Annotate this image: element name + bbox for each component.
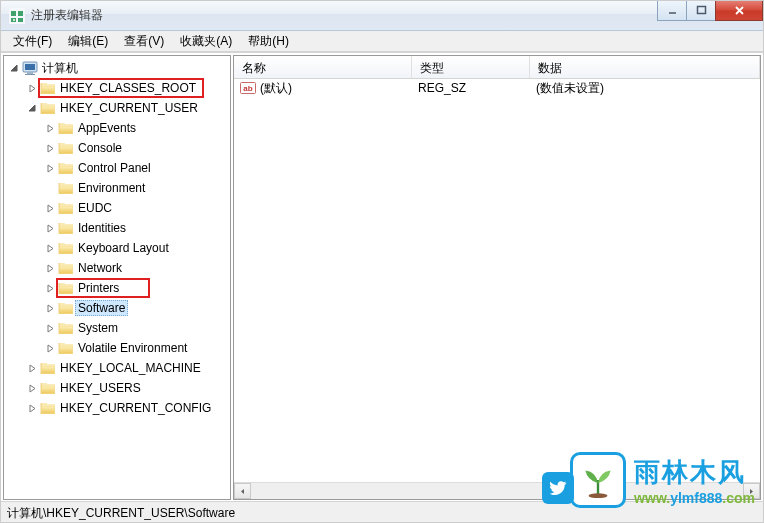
expander-icon[interactable] [44, 302, 56, 314]
scroll-right-button[interactable] [743, 483, 760, 499]
column-header-data[interactable]: 数据 [530, 56, 760, 78]
tree-panel[interactable]: 计算机 HKEY_CLASSES_ROOT HKEY_CURRENT_USER … [3, 55, 231, 500]
close-button[interactable] [715, 1, 763, 21]
folder-icon [58, 240, 74, 256]
folder-icon [40, 400, 56, 416]
expander-icon[interactable] [26, 382, 38, 394]
tree-label: HKEY_CLASSES_ROOT [60, 81, 196, 95]
tree-label: Environment [78, 181, 145, 195]
maximize-button[interactable] [686, 1, 716, 21]
tree-node-hklm[interactable]: HKEY_LOCAL_MACHINE [4, 358, 230, 378]
menu-help[interactable]: 帮助(H) [240, 31, 297, 52]
expander-icon[interactable] [26, 102, 38, 114]
folder-icon [40, 100, 56, 116]
expander-icon[interactable] [44, 142, 56, 154]
folder-icon [58, 200, 74, 216]
menu-view[interactable]: 查看(V) [116, 31, 172, 52]
folder-icon [58, 300, 74, 316]
tree-label: EUDC [78, 201, 112, 215]
folder-icon [58, 320, 74, 336]
expander-icon[interactable] [44, 282, 56, 294]
folder-icon [40, 360, 56, 376]
folder-icon [40, 380, 56, 396]
tree-node-eudc[interactable]: EUDC [4, 198, 230, 218]
scroll-left-button[interactable] [234, 483, 251, 499]
folder-icon [58, 140, 74, 156]
expander-icon[interactable] [44, 242, 56, 254]
folder-icon [58, 180, 74, 196]
tree-node-keyboard[interactable]: Keyboard Layout [4, 238, 230, 258]
value-name: (默认) [260, 80, 292, 97]
cell-name: (默认) [234, 80, 412, 97]
tree-node-console[interactable]: Console [4, 138, 230, 158]
cell-type: REG_SZ [412, 81, 530, 95]
tree-node-environment[interactable]: Environment [4, 178, 230, 198]
expander-icon[interactable] [44, 322, 56, 334]
tree-node-printers[interactable]: Printers [4, 278, 230, 298]
tree-label: Identities [78, 221, 126, 235]
tree-node-volatile[interactable]: Volatile Environment [4, 338, 230, 358]
list-row[interactable]: (默认) REG_SZ (数值未设置) [234, 79, 760, 97]
tree-node-hkcu[interactable]: HKEY_CURRENT_USER [4, 98, 230, 118]
window-buttons [658, 1, 763, 21]
tree-label: Printers [78, 281, 119, 295]
folder-icon [58, 220, 74, 236]
tree-label: Software [75, 300, 128, 316]
tree-node-appevents[interactable]: AppEvents [4, 118, 230, 138]
tree-label: 计算机 [42, 60, 78, 77]
folder-icon [58, 160, 74, 176]
expander-icon[interactable] [44, 342, 56, 354]
expander-icon[interactable] [44, 202, 56, 214]
tree-label: HKEY_CURRENT_CONFIG [60, 401, 211, 415]
expander-icon[interactable] [8, 62, 20, 74]
main-area: 计算机 HKEY_CLASSES_ROOT HKEY_CURRENT_USER … [1, 52, 763, 502]
tree-label: Control Panel [78, 161, 151, 175]
menu-file[interactable]: 文件(F) [5, 31, 60, 52]
statusbar: 计算机\HKEY_CURRENT_USER\Software [1, 501, 763, 522]
folder-icon [58, 280, 74, 296]
expander-icon[interactable] [26, 402, 38, 414]
list-header: 名称 类型 数据 [234, 56, 760, 79]
expander-icon[interactable] [44, 162, 56, 174]
tree-label: System [78, 321, 118, 335]
tree-label: HKEY_LOCAL_MACHINE [60, 361, 201, 375]
tree-node-identities[interactable]: Identities [4, 218, 230, 238]
menu-edit[interactable]: 编辑(E) [60, 31, 116, 52]
folder-icon [40, 80, 56, 96]
horizontal-scrollbar[interactable] [234, 482, 760, 499]
list-panel: 名称 类型 数据 (默认) REG_SZ (数值未设置) [233, 55, 761, 500]
tree-node-hkcc[interactable]: HKEY_CURRENT_CONFIG [4, 398, 230, 418]
window-title: 注册表编辑器 [31, 7, 658, 24]
tree-node-computer[interactable]: 计算机 [4, 58, 230, 78]
expander-icon[interactable] [26, 82, 38, 94]
tree-label: Keyboard Layout [78, 241, 169, 255]
tree-node-hkcr[interactable]: HKEY_CLASSES_ROOT [4, 78, 230, 98]
string-value-icon [240, 80, 256, 96]
tree-node-system[interactable]: System [4, 318, 230, 338]
folder-icon [58, 340, 74, 356]
titlebar: 注册表编辑器 [1, 1, 763, 31]
column-header-type[interactable]: 类型 [412, 56, 530, 78]
minimize-button[interactable] [657, 1, 687, 21]
expander-icon[interactable] [44, 222, 56, 234]
svg-rect-9 [697, 6, 705, 13]
folder-icon [58, 260, 74, 276]
registry-tree: 计算机 HKEY_CLASSES_ROOT HKEY_CURRENT_USER … [4, 56, 230, 420]
list-body[interactable]: (默认) REG_SZ (数值未设置) [234, 79, 760, 482]
tree-label: Network [78, 261, 122, 275]
tree-label: AppEvents [78, 121, 136, 135]
column-header-name[interactable]: 名称 [234, 56, 412, 78]
scroll-track[interactable] [251, 483, 743, 499]
expander-icon[interactable] [44, 122, 56, 134]
expander-icon[interactable] [26, 362, 38, 374]
menu-favorites[interactable]: 收藏夹(A) [172, 31, 240, 52]
computer-icon [22, 60, 38, 76]
tree-node-controlpanel[interactable]: Control Panel [4, 158, 230, 178]
menubar: 文件(F) 编辑(E) 查看(V) 收藏夹(A) 帮助(H) [1, 31, 763, 52]
expander-icon[interactable] [44, 262, 56, 274]
tree-node-software[interactable]: Software [4, 298, 230, 318]
status-path: 计算机\HKEY_CURRENT_USER\Software [7, 506, 235, 520]
tree-label: Console [78, 141, 122, 155]
tree-node-network[interactable]: Network [4, 258, 230, 278]
tree-node-hku[interactable]: HKEY_USERS [4, 378, 230, 398]
